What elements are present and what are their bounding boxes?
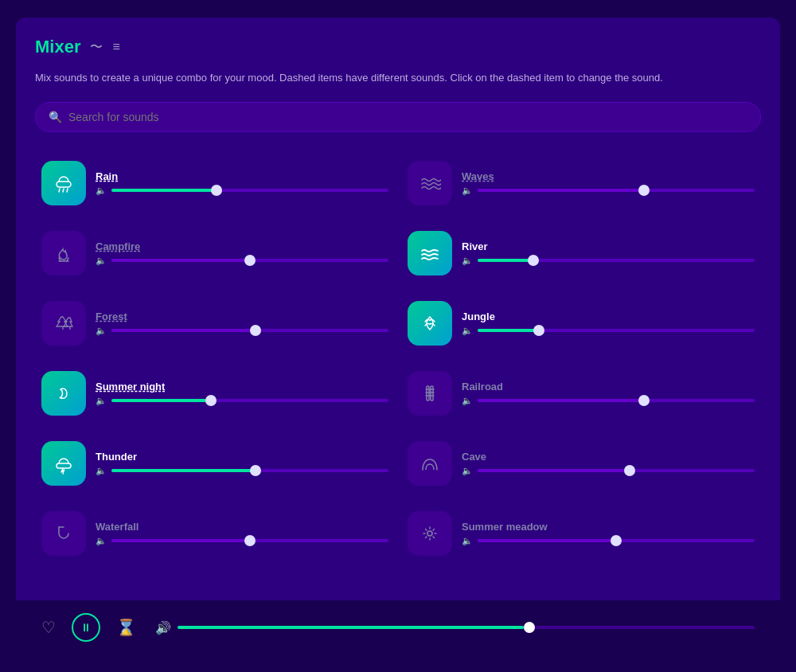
slider-cave[interactable] — [478, 469, 755, 472]
sound-info-thunder: Thunder 🔈 — [96, 451, 388, 476]
sound-item-summer-meadow: Summer meadow 🔈 — [401, 502, 761, 565]
player-slider-fill — [178, 626, 524, 629]
sound-icon-rain[interactable] — [41, 161, 86, 205]
svg-rect-16 — [57, 463, 71, 468]
volume-row-thunder: 🔈 — [96, 466, 388, 476]
sound-info-jungle: Jungle 🔈 — [462, 311, 755, 336]
sound-icon-waterfall[interactable] — [41, 511, 86, 556]
subtitle: Mix sounds to create a unique combo for … — [35, 70, 761, 86]
volume-icon-waves: 🔈 — [462, 186, 473, 196]
sounds-grid: Rain 🔈 Waves 🔈 — [35, 151, 761, 565]
slider-forest[interactable] — [111, 329, 388, 332]
sound-icon-river[interactable] — [408, 231, 452, 275]
volume-icon-campfire: 🔈 — [96, 256, 107, 266]
waveform-icon[interactable]: 〜 — [90, 39, 103, 56]
slider-fill-jungle — [478, 329, 539, 332]
svg-rect-0 — [57, 182, 71, 187]
svg-line-2 — [63, 189, 64, 192]
slider-summer-meadow[interactable] — [478, 539, 755, 542]
slider-river[interactable] — [478, 259, 755, 262]
sound-icon-waves[interactable] — [408, 161, 452, 205]
header: Mixer 〜 ≡ — [35, 37, 761, 57]
sound-item-campfire: Campfire 🔈 — [35, 221, 395, 285]
slider-thumb-summer-meadow — [611, 535, 622, 546]
slider-thumb-forest — [250, 325, 261, 336]
svg-line-3 — [67, 189, 68, 192]
slider-waterfall[interactable] — [111, 539, 388, 542]
sound-icon-cave[interactable] — [408, 441, 452, 486]
slider-summer-night[interactable] — [111, 399, 388, 402]
menu-icon[interactable]: ≡ — [112, 40, 119, 54]
search-bar: 🔍 — [35, 102, 761, 132]
volume-row-railroad: 🔈 — [462, 396, 755, 406]
sound-item-waves: Waves 🔈 — [401, 151, 761, 215]
sound-info-summer-meadow: Summer meadow 🔈 — [462, 521, 755, 546]
search-input[interactable] — [68, 111, 747, 123]
sound-info-railroad: Railroad 🔈 — [462, 381, 755, 406]
volume-row-waves: 🔈 — [462, 186, 755, 196]
slider-thumb-campfire — [244, 255, 256, 266]
sound-icon-campfire[interactable] — [41, 231, 86, 275]
sound-item-waterfall: Waterfall 🔈 — [35, 502, 395, 565]
sound-item-thunder: Thunder 🔈 — [35, 432, 395, 495]
player-controls: ♡ ⏸ ⌛ — [41, 613, 136, 642]
timer-button[interactable]: ⌛ — [116, 618, 136, 637]
volume-row-cave: 🔈 — [462, 466, 755, 476]
slider-fill-thunder — [111, 469, 256, 472]
volume-row-river: 🔈 — [462, 256, 755, 266]
volume-icon-rain: 🔈 — [96, 186, 107, 196]
slider-campfire[interactable] — [111, 259, 388, 262]
volume-icon-forest: 🔈 — [96, 326, 107, 336]
favorite-button[interactable]: ♡ — [41, 618, 56, 637]
slider-thumb-summer-night — [205, 395, 217, 406]
slider-thunder[interactable] — [111, 469, 388, 472]
sound-info-cave: Cave 🔈 — [462, 451, 755, 476]
slider-thumb-railroad — [638, 395, 650, 406]
slider-fill-rain — [111, 189, 217, 192]
sound-icon-railroad[interactable] — [408, 371, 452, 416]
svg-line-23 — [426, 529, 427, 530]
sound-info-waterfall: Waterfall 🔈 — [96, 521, 388, 546]
sound-name-waterfall: Waterfall — [96, 521, 388, 533]
sound-item-summer-night: Summer night 🔈 — [35, 361, 395, 425]
volume-row-forest: 🔈 — [96, 326, 388, 336]
sound-info-summer-night: Summer night 🔈 — [96, 381, 388, 406]
volume-icon: 🔊 — [155, 620, 171, 635]
pause-button[interactable]: ⏸ — [72, 613, 100, 642]
sound-info-rain: Rain 🔈 — [96, 170, 388, 196]
sound-info-river: River 🔈 — [462, 240, 755, 266]
slider-rain[interactable] — [111, 189, 388, 192]
sound-icon-thunder[interactable] — [41, 441, 86, 486]
slider-railroad[interactable] — [478, 399, 755, 402]
volume-icon-waterfall: 🔈 — [96, 536, 107, 546]
sound-icon-summer-night[interactable] — [41, 371, 86, 416]
slider-fill-summer-night — [111, 399, 211, 402]
slider-jungle[interactable] — [478, 329, 755, 332]
sound-info-waves: Waves 🔈 — [462, 170, 755, 196]
sound-name-rain[interactable]: Rain — [96, 170, 388, 182]
player-volume-slider[interactable] — [178, 626, 755, 629]
volume-row-waterfall: 🔈 — [96, 536, 388, 546]
app-title: Mixer — [35, 37, 80, 57]
volume-icon-cave: 🔈 — [462, 466, 473, 476]
volume-row-jungle: 🔈 — [462, 326, 755, 336]
sound-name-railroad: Railroad — [462, 381, 755, 393]
svg-rect-11 — [427, 386, 429, 400]
slider-fill-campfire — [111, 259, 250, 262]
slider-thumb-cave — [624, 465, 635, 476]
svg-line-1 — [59, 189, 60, 192]
sound-item-river: River 🔈 — [401, 221, 761, 285]
sound-icon-jungle[interactable] — [408, 301, 452, 346]
sound-name-summer-night[interactable]: Summer night — [96, 381, 388, 393]
slider-waves[interactable] — [478, 189, 755, 192]
sound-name-campfire[interactable]: Campfire — [96, 240, 388, 252]
svg-marker-8 — [64, 318, 72, 326]
sound-name-forest[interactable]: Forest — [96, 311, 388, 322]
sound-name-waves[interactable]: Waves — [462, 170, 755, 182]
svg-line-24 — [433, 529, 435, 530]
volume-icon-railroad: 🔈 — [462, 396, 473, 406]
sound-icon-forest[interactable] — [41, 301, 86, 346]
svg-line-26 — [433, 537, 435, 538]
volume-row-campfire: 🔈 — [96, 256, 388, 266]
sound-icon-summer-meadow[interactable] — [408, 511, 452, 556]
